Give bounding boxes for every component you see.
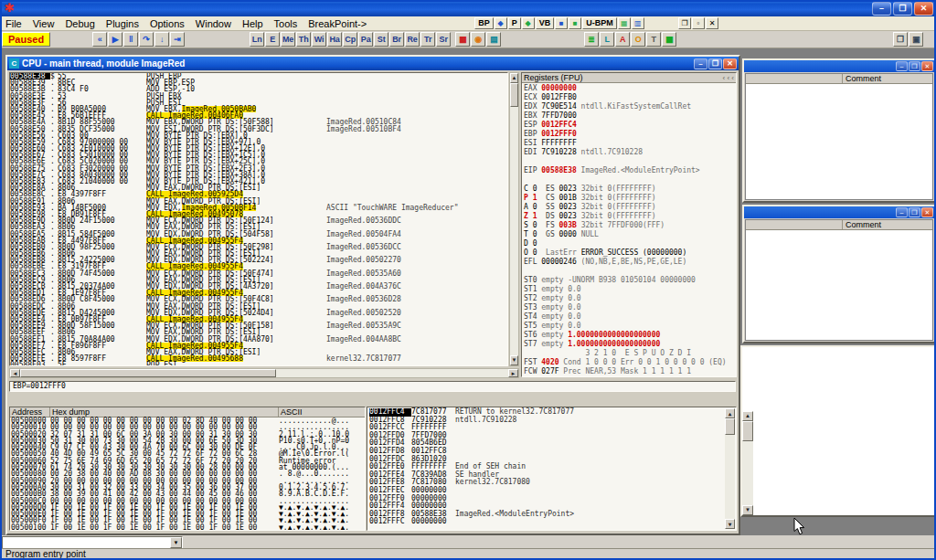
pause-status-button[interactable]: Paused — [2, 32, 50, 47]
register-line[interactable]: FST 4020 Cond 1 0 0 0 Err 0 0 1 0 0 0 0 … — [524, 358, 736, 367]
tile-windows-icon[interactable]: ▣ — [909, 32, 923, 47]
register-line[interactable]: A 0 SS 0023 32bit 0(FFFFFFFF) — [524, 203, 736, 212]
registers-pane[interactable]: Registers (FPU) ‹ ‹ ‹ EAX 00000000ECX 00… — [521, 72, 737, 377]
close-button[interactable]: ✕ — [914, 2, 933, 16]
dump-hex-header[interactable]: Hex dump — [50, 407, 279, 417]
close-icon[interactable]: ✕ — [723, 58, 737, 69]
run-icon[interactable]: ▶ — [108, 32, 122, 47]
registers-header-arrows-icon[interactable]: ‹ ‹ ‹ — [723, 74, 734, 82]
toolbar-me-button[interactable]: Me — [281, 32, 295, 47]
disassembly-hscrollbar[interactable]: ◄ ► — [9, 368, 519, 378]
menu-item-options[interactable]: Options — [144, 17, 190, 30]
register-line[interactable]: Z 1 DS 0023 32bit 0(FFFFFFFF) — [524, 212, 736, 221]
register-line[interactable]: 3 2 1 0 E S P U O Z D I — [524, 349, 736, 358]
disasm-line[interactable]: 00588F03.5EPOP ESI — [10, 362, 507, 366]
comment-window-2-titlebar[interactable]: – ❐ ✕ — [744, 206, 934, 218]
register-line[interactable]: P 1 CS 001B 32bit 0(FFFFFFFF) — [524, 194, 736, 203]
register-line[interactable]: EBP 0012FFF0 — [524, 130, 736, 139]
dump-address-header[interactable]: Address — [10, 407, 50, 417]
close-icon[interactable]: ✕ — [921, 61, 933, 71]
comment-list[interactable] — [746, 84, 932, 199]
maximize-button[interactable]: ❐ — [893, 2, 912, 16]
register-line[interactable]: C 0 ES 0023 32bit 0(FFFFFFFF) — [524, 185, 736, 194]
ubpm-list-icon[interactable]: ▥ — [632, 17, 644, 29]
register-line[interactable] — [524, 267, 736, 276]
bp-button[interactable]: BP — [474, 17, 494, 29]
hit-trace-icon[interactable]: ◉ — [471, 32, 485, 47]
scroll-thumb[interactable] — [510, 83, 518, 107]
comment-column-header[interactable]: Comment — [843, 220, 932, 229]
toolbar-sr-button[interactable]: Sr — [436, 32, 451, 47]
minimize-icon[interactable]: – — [694, 58, 707, 69]
menu-item-plugins[interactable]: Plugins — [101, 17, 144, 30]
disasm-line[interactable]: 00588E3E.53PUSH EBX — [10, 93, 507, 100]
register-line[interactable]: ST0 empty -UNORM B938 01050104 00000000 — [524, 276, 736, 285]
menu-item-tools[interactable]: Tools — [269, 17, 303, 30]
register-line[interactable] — [524, 157, 736, 166]
close-icon[interactable]: ✕ — [921, 207, 933, 217]
command-combobox-value[interactable] — [3, 537, 170, 548]
attach-icon[interactable]: A — [615, 32, 630, 47]
menu-item-breakpoint[interactable]: BreakPoint-> — [303, 17, 372, 30]
register-line[interactable]: EIP 00588E38 ImageRed.<ModuleEntryPoint> — [524, 166, 736, 175]
toolbar-e-button[interactable]: E — [265, 32, 280, 47]
stack-row[interactable]: 0012FFFC00000000 — [369, 518, 725, 526]
child-close-icon[interactable]: ✕ — [706, 17, 718, 29]
ubpm-grid-icon[interactable]: ▦ — [618, 17, 631, 29]
scroll-thumb[interactable] — [725, 418, 735, 435]
register-line[interactable]: ST2 empty 0.0 — [524, 294, 736, 303]
register-line[interactable]: ESI FFFFFFFF — [524, 139, 736, 148]
register-line[interactable]: O 0 LastErr ERROR_SUCCESS (00000000) — [524, 248, 736, 258]
register-line[interactable]: EDX 7C90E514 ntdll.KiFastSystemCallRet — [524, 102, 736, 111]
disassembly-scrollbar[interactable]: ▲ ▼ — [509, 72, 519, 366]
register-line[interactable]: EDI 7C910228 ntdll.7C910228 — [524, 148, 736, 157]
dump-ascii-header[interactable]: ASCII — [279, 407, 365, 417]
memory-icon[interactable]: ▤ — [486, 32, 501, 47]
comment-column-header[interactable]: Comment — [843, 74, 932, 83]
menu-item-window[interactable]: Window — [190, 17, 237, 30]
p-green-icon[interactable]: ◆ — [522, 17, 535, 29]
register-line[interactable]: EBX 7FFD7000 — [524, 111, 736, 121]
command-combobox[interactable]: ▼ — [2, 536, 183, 549]
aux-scrollbar[interactable]: ▲ ▼ — [742, 411, 753, 515]
menu-item-file[interactable]: File — [0, 17, 27, 30]
scroll-left-icon[interactable]: ◄ — [10, 369, 20, 377]
register-line[interactable]: ST5 empty 0.0 — [524, 322, 736, 331]
register-line[interactable]: ST4 empty 0.0 — [524, 312, 736, 322]
cpu-window-titlebar[interactable]: C CPU - main thread, module ImageRed – ❐… — [7, 57, 739, 70]
toolbar-pa-button[interactable]: Pa — [358, 32, 373, 47]
register-line[interactable]: T 0 GS 0000 NULL — [524, 230, 736, 239]
scroll-thumb[interactable] — [20, 369, 276, 377]
disasm-line[interactable]: 00588EFE.E8 8597F8FFCALL ImageRed.004956… — [10, 355, 507, 362]
toolbar-re-button[interactable]: Re — [405, 32, 420, 47]
register-line[interactable]: ESP 0012FFC4 — [524, 121, 736, 130]
stack-scrollbar[interactable]: ▲ ▼ — [725, 408, 735, 529]
register-line[interactable]: ECX 0012FFB0 — [524, 93, 736, 102]
scroll-up-icon[interactable]: ▲ — [742, 411, 753, 421]
toolbar-th-button[interactable]: Th — [296, 32, 311, 47]
register-line[interactable]: ST6 empty 1.0000000000000000000 — [524, 331, 736, 340]
stack-pane[interactable]: 0012FFC47C817077RETURN to kernel32.7C817… — [367, 407, 737, 531]
pause-icon[interactable]: ‖ — [123, 32, 138, 47]
toolbar-br-button[interactable]: Br — [389, 32, 404, 47]
scroll-right-icon[interactable]: ► — [508, 369, 518, 377]
vb-button[interactable]: VB — [536, 17, 555, 29]
minimize-button[interactable]: – — [872, 2, 891, 16]
ubpm-button[interactable]: U-BPM — [582, 17, 617, 29]
step-over-icon[interactable]: ↷ — [139, 32, 154, 47]
calculator-icon[interactable]: ▦ — [662, 32, 676, 47]
register-line[interactable]: ST3 empty 0.0 — [524, 303, 736, 312]
memory-map-icon[interactable]: ≣ — [584, 32, 599, 47]
p-button[interactable]: P — [508, 17, 521, 29]
toolbar-ln-button[interactable]: Ln — [250, 32, 264, 47]
toolbar-wi-button[interactable]: Wi — [312, 32, 326, 47]
bp-blue-icon[interactable]: ◆ — [495, 17, 507, 29]
options-icon[interactable]: O — [631, 32, 645, 47]
dropdown-icon[interactable]: ▼ — [170, 537, 182, 548]
step-into-icon[interactable]: ↓ — [154, 32, 169, 47]
window-titlebar[interactable]: ✱ – ❐ ✕ — [0, 0, 936, 16]
child-restore-icon[interactable]: ❐ — [678, 17, 691, 29]
scroll-down-icon[interactable]: ▼ — [742, 505, 753, 515]
run-to-cursor-icon[interactable]: ⇥ — [170, 32, 185, 47]
scroll-up-icon[interactable]: ▲ — [725, 408, 735, 418]
